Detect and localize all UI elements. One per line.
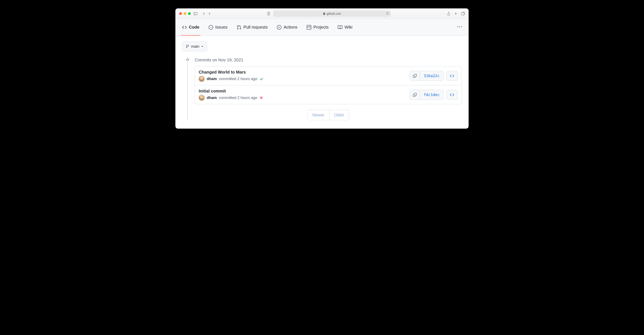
repo-nav: Code Issues Pull requests Actions Projec… [176, 19, 468, 36]
project-icon [307, 25, 311, 30]
commit-title[interactable]: Initial commit [199, 89, 263, 94]
tab-wiki[interactable]: Wiki [338, 19, 352, 36]
svg-rect-0 [194, 12, 198, 15]
book-icon [338, 25, 342, 30]
timeline-rail [182, 57, 195, 120]
commit-list: Changed World to Mars dham committed 2 h… [195, 66, 462, 104]
branch-name: main [191, 44, 199, 49]
code-icon [182, 25, 187, 30]
browser-window: github.com Code Issues [176, 9, 468, 129]
sidebar-toggle-icon[interactable] [194, 12, 198, 15]
code-icon [450, 93, 454, 97]
forward-button[interactable] [208, 12, 211, 15]
play-circle-icon [277, 25, 282, 30]
svg-rect-5 [462, 13, 464, 15]
lock-icon [323, 12, 325, 15]
commit-sha-link[interactable]: 316a22c [420, 71, 444, 81]
issue-icon [208, 25, 213, 30]
older-button[interactable]: Older [329, 110, 349, 120]
status-success-icon[interactable] [260, 77, 264, 81]
privacy-shield-icon[interactable] [267, 12, 270, 16]
tab-pull-requests[interactable]: Pull requests [237, 19, 268, 36]
maximize-window-button[interactable] [188, 12, 191, 15]
commit-group-title: Commits on Nov 19, 2021 [195, 58, 462, 62]
window-controls [179, 12, 191, 15]
commit-row: Initial commit dham committed 2 hours ag… [195, 85, 462, 104]
commit-meta-text: committed 2 hours ago [219, 96, 257, 100]
copy-icon [413, 74, 417, 78]
kebab-icon [457, 25, 462, 29]
browse-repo-button[interactable] [446, 71, 458, 81]
address-text: github.com [326, 12, 341, 15]
avatar[interactable] [199, 76, 204, 82]
avatar[interactable] [199, 95, 204, 101]
status-failure-icon[interactable] [260, 96, 263, 100]
pagination: Newer Older [195, 110, 462, 120]
tab-actions[interactable]: Actions [277, 19, 298, 36]
commit-author[interactable]: dham [207, 96, 217, 100]
copy-sha-button[interactable] [410, 90, 420, 100]
pull-request-icon [237, 25, 241, 30]
reload-button[interactable] [386, 12, 389, 16]
tab-code[interactable]: Code [182, 19, 199, 36]
check-icon [260, 77, 264, 81]
commit-title[interactable]: Changed World to Mars [199, 70, 264, 75]
branch-select-button[interactable]: main [182, 42, 207, 51]
tab-overview-icon[interactable] [461, 12, 465, 16]
sha-button-group: fdc1dec [410, 90, 444, 100]
new-tab-icon[interactable] [454, 12, 458, 16]
commit-author[interactable]: dham [207, 77, 217, 81]
dropdown-caret-icon [201, 45, 204, 48]
newer-button[interactable]: Newer [308, 110, 329, 120]
copy-sha-button[interactable] [410, 71, 420, 81]
more-menu-button[interactable] [457, 25, 462, 30]
code-icon [450, 74, 454, 78]
commit-row: Changed World to Mars dham committed 2 h… [195, 66, 462, 85]
tab-projects[interactable]: Projects [307, 19, 328, 36]
commit-meta-text: committed 2 hours ago [219, 77, 257, 81]
page-content: main Commits on Nov 19, 2021 Changed Wor… [176, 36, 468, 129]
svg-point-6 [187, 59, 188, 61]
close-window-button[interactable] [179, 12, 182, 15]
titlebar: github.com [176, 9, 468, 19]
browse-repo-button[interactable] [446, 90, 458, 100]
x-icon [260, 96, 263, 100]
address-bar[interactable]: github.com [273, 11, 391, 17]
nav-buttons [202, 12, 211, 15]
minimize-window-button[interactable] [184, 12, 186, 15]
share-icon[interactable] [447, 12, 450, 16]
commit-sha-link[interactable]: fdc1dec [420, 90, 444, 100]
copy-icon [413, 93, 417, 97]
back-button[interactable] [202, 12, 206, 15]
commit-marker-icon [186, 58, 189, 61]
tab-issues[interactable]: Issues [208, 19, 228, 36]
sha-button-group: 316a22c [410, 71, 444, 81]
git-branch-icon [186, 45, 190, 48]
